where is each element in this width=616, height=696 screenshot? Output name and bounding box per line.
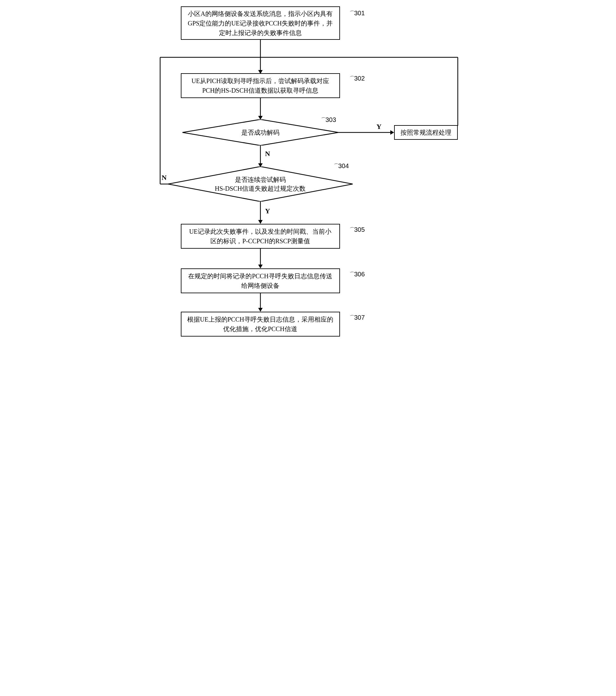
n-label-304: N bbox=[162, 174, 167, 182]
box-301-text: 小区A的网络侧设备发送系统消息，指示小区内具有GPS定位能力的UE记录接收PCC… bbox=[187, 9, 334, 37]
step-label-301: ⌒301 bbox=[350, 10, 365, 17]
n-label-303: N bbox=[265, 149, 270, 158]
decision-304-text: 是否连续尝试解码 HS-DSCH信道失败超过规定次数 bbox=[168, 167, 353, 202]
arrow-304-yes bbox=[258, 202, 263, 224]
normal-box-text: 按照常规流程处理 bbox=[400, 128, 452, 137]
loop-top-rail bbox=[160, 57, 458, 61]
box-307-text: 根据UE上报的PCCH寻呼失败日志信息，采用相应的优化措施，优化PCCH信道 bbox=[187, 315, 334, 334]
step-label-306: ⌒306 bbox=[350, 271, 365, 278]
arrow-303-yes bbox=[338, 130, 394, 135]
arrow-304-no-left bbox=[160, 182, 169, 186]
step-label-303: ⌒303 bbox=[321, 116, 336, 124]
arrow-normal-loop bbox=[456, 57, 459, 126]
arrow-305-to-306 bbox=[258, 249, 263, 268]
svg-marker-18 bbox=[258, 265, 263, 268]
arrow-304-loop-vertical bbox=[159, 57, 162, 184]
process-box-307: 根据UE上报的PCCH寻呼失败日志信息，采用相应的优化措施，优化PCCH信道 bbox=[181, 312, 340, 336]
flowchart-container: 小区A的网络侧设备发送系统消息，指示小区内具有GPS定位能力的UE记录接收PCC… bbox=[149, 6, 467, 401]
step-label-305: ⌒305 bbox=[350, 226, 365, 234]
arrow-306-to-307 bbox=[258, 293, 263, 312]
decision-303-text: 是否成功解码 bbox=[183, 120, 338, 145]
process-box-normal: 按照常规流程处理 bbox=[394, 125, 458, 140]
box-305-text: UE记录此次失败事件，以及发生的时间戳、当前小区的标识，P-CCPCH的RSCP… bbox=[187, 227, 334, 246]
process-box-305: UE记录此次失败事件，以及发生的时间戳、当前小区的标识，P-CCPCH的RSCP… bbox=[181, 224, 340, 249]
box-306-text: 在规定的时间将记录的PCCH寻呼失败日志信息传送给网络侧设备 bbox=[187, 271, 334, 290]
step-label-302: ⌒302 bbox=[350, 75, 365, 82]
step-label-304: ⌒304 bbox=[334, 162, 349, 170]
arrow-303-no bbox=[258, 145, 263, 167]
process-box-301: 小区A的网络侧设备发送系统消息，指示小区内具有GPS定位能力的UE记录接收PCC… bbox=[181, 6, 340, 40]
y-label-304: Y bbox=[265, 207, 270, 215]
svg-marker-20 bbox=[258, 308, 263, 312]
process-box-302: UE从PICH读取到寻呼指示后，尝试解码承载对应PCH的HS-DSCH信道数据以… bbox=[181, 73, 340, 98]
box-302-text: UE从PICH读取到寻呼指示后，尝试解码承载对应PCH的HS-DSCH信道数据以… bbox=[187, 76, 334, 95]
y-label-303: Y bbox=[377, 123, 382, 131]
process-box-306: 在规定的时间将记录的PCCH寻呼失败日志信息传送给网络侧设备 bbox=[181, 268, 340, 293]
svg-marker-8 bbox=[390, 130, 394, 135]
step-label-307: ⌒307 bbox=[350, 314, 365, 321]
arrow-301-to-302 bbox=[260, 40, 267, 57]
svg-marker-16 bbox=[258, 220, 263, 224]
arrow-to-302 bbox=[258, 57, 263, 73]
arrow-302-to-303 bbox=[258, 98, 263, 120]
